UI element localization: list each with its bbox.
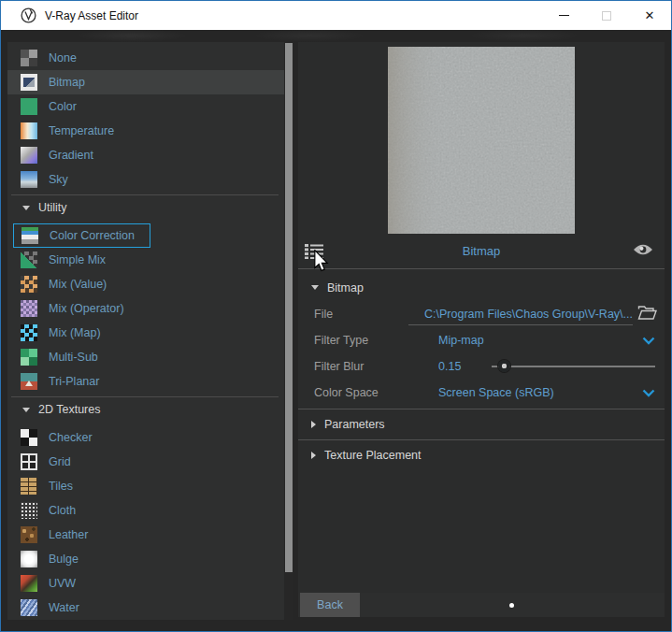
mix-map-icon <box>21 324 37 341</box>
minimize-button[interactable] <box>542 1 585 30</box>
sidebar-item-label: None <box>49 51 77 65</box>
sidebar-item-label: Cloth <box>49 504 76 517</box>
expand-arrow-icon <box>311 285 319 290</box>
sidebar-item-label: Mix (Value) <box>49 278 107 291</box>
gradient-icon <box>21 147 37 164</box>
bitmap-section-header[interactable]: Bitmap <box>298 274 665 301</box>
checker-icon <box>21 429 37 446</box>
sidebar-item-sky[interactable]: Sky <box>7 167 284 192</box>
window-controls: ✕ <box>542 1 671 30</box>
texture-type-list: None Bitmap Color Temperature Gradient <box>7 42 284 620</box>
close-button[interactable]: ✕ <box>628 1 671 30</box>
texture-placement-section-title: Texture Placement <box>324 449 422 462</box>
cloth-icon <box>21 502 37 519</box>
folder-icon[interactable] <box>637 305 657 321</box>
eye-icon[interactable] <box>633 243 653 256</box>
sidebar-scrollbar-thumb[interactable] <box>285 43 293 572</box>
sidebar-item-label: UVW <box>49 577 76 590</box>
sidebar-item-label: Color <box>49 100 77 113</box>
separator <box>298 268 665 269</box>
texture-placement-section-header[interactable]: Texture Placement <box>298 440 665 470</box>
preview-title: Bitmap <box>298 244 665 258</box>
sidebar-item-mix-value[interactable]: Mix (Value) <box>7 272 284 296</box>
sidebar-item-label: Multi-Sub <box>49 351 98 364</box>
sidebar-item-color[interactable]: Color <box>7 94 284 119</box>
sidebar-item-gradient[interactable]: Gradient <box>7 143 284 167</box>
app-content: None Bitmap Color Temperature Gradient <box>1 30 671 631</box>
sidebar-item-label: Simple Mix <box>49 253 106 266</box>
filter-blur-value[interactable]: 0.15 <box>438 360 461 373</box>
filter-type-dropdown[interactable]: Mip-map <box>438 334 484 347</box>
filter-blur-label: Filter Blur <box>314 360 364 373</box>
sidebar-item-checker[interactable]: Checker <box>7 425 284 450</box>
section-header-2d-textures[interactable]: 2D Textures <box>7 394 284 425</box>
leather-icon <box>21 526 37 543</box>
section-header-label: Utility <box>38 201 67 214</box>
sidebar-item-tri-planar[interactable]: Tri-Planar <box>7 369 284 394</box>
collapsed-arrow-icon <box>311 452 316 459</box>
texture-type-sidebar: None Bitmap Color Temperature Gradient <box>7 42 293 620</box>
filter-type-label: Filter Type <box>314 334 368 347</box>
sidebar-item-label: Water <box>49 601 79 614</box>
sky-icon <box>21 171 37 188</box>
texture-preview-image <box>388 47 575 234</box>
sidebar-item-label: Grid <box>49 455 71 468</box>
color-space-dropdown[interactable]: Screen Space (sRGB) <box>438 386 554 399</box>
chevron-down-icon[interactable] <box>642 337 655 345</box>
sidebar-item-water[interactable]: Water <box>7 596 284 620</box>
sidebar-item-bitmap[interactable]: Bitmap <box>7 70 284 94</box>
filter-blur-slider[interactable] <box>492 366 655 367</box>
close-icon: ✕ <box>645 9 655 22</box>
file-path-field[interactable]: C:\Program Files\Chaos Group\V-Ray\... <box>408 303 633 325</box>
color-space-row: Color Space Screen Space (sRGB) <box>298 380 665 406</box>
texture-preview <box>298 47 665 234</box>
tri-planar-icon <box>21 373 37 390</box>
sidebar-item-mix-operator[interactable]: Mix (Operator) <box>7 296 284 321</box>
slider-knob[interactable] <box>498 360 510 372</box>
sidebar-item-leather[interactable]: Leather <box>7 523 284 547</box>
sidebar-scrollbar-track[interactable] <box>284 42 293 620</box>
sidebar-item-mix-map[interactable]: Mix (Map) <box>7 321 284 345</box>
panel-footer: Back <box>298 593 665 617</box>
minimize-icon <box>559 15 569 16</box>
vray-asset-editor-window: V-Ray Asset Editor ✕ None B <box>0 0 672 632</box>
sidebar-item-label: Sky <box>49 173 68 186</box>
sidebar-item-none[interactable]: None <box>7 46 284 70</box>
sidebar-item-label: Leather <box>49 528 88 541</box>
color-space-label: Color Space <box>314 386 379 399</box>
parameters-section-title: Parameters <box>324 418 385 431</box>
sidebar-item-label: Gradient <box>49 149 93 162</box>
sidebar-item-tiles[interactable]: Tiles <box>7 474 284 498</box>
sidebar-item-bulge[interactable]: Bulge <box>7 547 284 571</box>
sidebar-item-multi-sub[interactable]: Multi-Sub <box>7 345 284 369</box>
maximize-icon <box>602 11 611 21</box>
collapsed-arrow-icon <box>311 421 316 428</box>
maximize-button[interactable] <box>585 1 628 30</box>
bitmap-section-title: Bitmap <box>327 281 364 294</box>
window-title: V-Ray Asset Editor <box>45 9 138 22</box>
color-icon <box>21 98 37 115</box>
filter-blur-row: Filter Blur 0.15 <box>298 353 665 380</box>
back-button[interactable]: Back <box>300 593 360 617</box>
multi-sub-icon <box>21 349 37 366</box>
sidebar-item-cloth[interactable]: Cloth <box>7 498 284 523</box>
sidebar-item-temperature[interactable]: Temperature <box>7 119 284 143</box>
file-path-value: C:\Program Files\Chaos Group\V-Ray\... <box>424 308 633 321</box>
title-bar: V-Ray Asset Editor ✕ <box>1 1 671 30</box>
grid-icon <box>21 453 37 470</box>
sidebar-item-grid[interactable]: Grid <box>7 450 284 474</box>
parameters-section-header[interactable]: Parameters <box>298 409 665 439</box>
sidebar-item-color-correction[interactable]: Color Correction <box>13 223 150 248</box>
sidebar-item-simple-mix[interactable]: Simple Mix <box>7 248 284 272</box>
filter-type-row: Filter Type Mip-map <box>298 327 665 353</box>
section-header-utility[interactable]: Utility <box>7 192 284 223</box>
mix-operator-icon <box>21 300 37 317</box>
page-indicator-dot[interactable] <box>509 603 514 608</box>
chevron-down-icon[interactable] <box>642 389 655 397</box>
sidebar-item-uvw[interactable]: UVW <box>7 571 284 596</box>
section-header-label: 2D Textures <box>38 403 100 416</box>
collapse-arrow-icon <box>22 408 30 412</box>
sidebar-item-label: Bulge <box>49 553 79 566</box>
sidebar-item-label: Tiles <box>49 480 73 493</box>
none-icon <box>21 50 37 66</box>
